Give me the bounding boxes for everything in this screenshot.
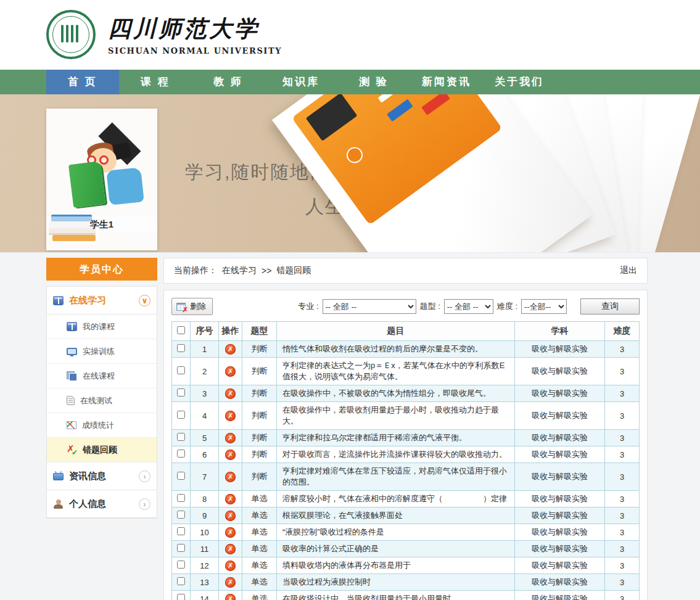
row-number: 8 (191, 491, 219, 508)
row-question-text: 在吸收塔设计中，当吸收剂用量趋于最小用量时 (277, 591, 515, 600)
row-checkbox[interactable] (177, 366, 185, 374)
sidebar-item[interactable]: 实操训练 (47, 339, 157, 364)
row-subject: 吸收与解吸实验 (515, 385, 605, 402)
row-checkbox[interactable] (177, 450, 185, 458)
row-number: 6 (191, 446, 219, 463)
sidebar-item-label: 在线学习 (69, 295, 106, 306)
delete-row-icon[interactable] (225, 577, 236, 588)
delete-row-icon[interactable] (225, 411, 236, 421)
row-checkbox[interactable] (177, 544, 185, 552)
qtype-select[interactable]: -- 全部 -- (444, 299, 493, 314)
row-checkbox[interactable] (177, 527, 185, 535)
nav-item[interactable]: 课 程 (119, 70, 192, 94)
person-icon (53, 499, 64, 509)
row-difficulty: 3 (605, 508, 640, 524)
row-difficulty: 3 (605, 446, 640, 463)
delete-row-icon[interactable] (225, 433, 236, 443)
sidebar-item[interactable]: 在线测试 (47, 388, 157, 413)
delete-row-icon[interactable] (225, 388, 236, 399)
difficulty-select[interactable]: --全部-- (521, 299, 567, 314)
sidebar-item[interactable]: 在线课程 (47, 364, 157, 388)
select-all-checkbox[interactable] (177, 326, 185, 334)
row-difficulty: 3 (605, 385, 640, 402)
row-question-type: 判断 (242, 446, 277, 463)
sidebar-item[interactable]: 成绩统计 (47, 413, 157, 438)
table-row: 7 判断 亨利定律对难溶气体在常压下较适应，对易溶气体仅适用于很小的范围。 吸收… (172, 463, 640, 491)
row-checkbox[interactable] (177, 511, 185, 519)
row-number: 11 (191, 541, 219, 557)
university-seal-icon (46, 10, 96, 59)
table-row: 6 判断 对于吸收而言，逆流操作比并流操作课获得较大的吸收推动力。 吸收与解吸实… (172, 446, 640, 463)
row-checkbox[interactable] (177, 577, 185, 585)
row-checkbox[interactable] (177, 411, 185, 419)
row-number: 10 (191, 524, 219, 541)
sidebar-item[interactable]: 错题回顾 (47, 438, 157, 462)
nav-item[interactable]: 教 师 (192, 70, 265, 94)
breadcrumb-section[interactable]: 在线学习 (222, 265, 257, 276)
delete-row-icon[interactable] (225, 344, 236, 355)
row-number: 4 (191, 402, 219, 430)
row-number: 3 (191, 385, 219, 402)
delete-row-icon[interactable] (225, 544, 236, 554)
delete-button[interactable]: 删除 (171, 298, 213, 315)
scroll-icon (67, 396, 75, 405)
delete-row-icon[interactable] (225, 511, 236, 521)
sidebar-item[interactable]: 在线学习 ∨ (47, 287, 157, 314)
table-row: 8 单选 溶解度较小时，气体在液相中的溶解度遵守（ ）定律 吸收与解吸实验 3 (172, 491, 640, 508)
row-checkbox[interactable] (177, 344, 185, 352)
search-button[interactable]: 查询 (580, 298, 640, 314)
col-header-subject: 学科 (515, 322, 605, 341)
delete-row-icon[interactable] (225, 366, 236, 377)
row-question-text: 亨利定律的表达式之一为p＝Ｅx，若某气体在水中的亨利系数E值很大，说明该气体为易… (277, 358, 515, 385)
nav-item[interactable]: 知识库 (265, 70, 337, 94)
delete-row-icon[interactable] (225, 450, 236, 460)
row-checkbox[interactable] (177, 433, 185, 441)
row-difficulty: 3 (605, 463, 640, 491)
row-checkbox[interactable] (177, 594, 185, 600)
sidebar-item[interactable]: 个人信息 › (47, 490, 157, 518)
delete-row-icon[interactable] (225, 561, 236, 571)
row-question-type: 判断 (242, 430, 277, 446)
row-question-text: 吸收率的计算公式正确的是 (277, 541, 515, 557)
row-question-text: 根据双膜理论，在气液接触界面处 (277, 508, 515, 524)
nav-item[interactable]: 关于我们 (483, 70, 556, 94)
sidebar-item-label: 在线课程 (83, 371, 115, 382)
table-row: 5 判断 亨利定律和拉乌尔定律都适用于稀溶液的气液平衡。 吸收与解吸实验 3 (172, 430, 640, 446)
delete-row-icon[interactable] (225, 527, 236, 538)
monitor-icon (67, 348, 77, 355)
row-checkbox[interactable] (177, 388, 185, 397)
qtype-filter-label: 题型 : (420, 301, 440, 312)
chevron-right-icon: › (139, 471, 150, 482)
major-select[interactable]: -- 全部 -- (323, 299, 416, 314)
row-question-type: 单选 (242, 591, 277, 600)
row-question-text: 惰性气体和吸收剂在吸收过程的前后的摩尔量是不变的。 (277, 341, 515, 358)
row-checkbox[interactable] (177, 561, 185, 569)
delete-row-icon[interactable] (225, 594, 236, 600)
row-checkbox[interactable] (177, 472, 185, 480)
sidebar-item[interactable]: 我的课程 (47, 314, 157, 339)
table-row: 2 判断 亨利定律的表达式之一为p＝Ｅx，若某气体在水中的亨利系数E值很大，说明… (172, 358, 640, 385)
sidebar-item[interactable]: 资讯信息 › (47, 462, 157, 490)
col-header-op: 操作 (219, 322, 242, 341)
row-question-text: 亨利定律对难溶气体在常压下较适应，对易溶气体仅适用于很小的范围。 (277, 463, 515, 491)
sidebar-title-student-center[interactable]: 学员中心 (46, 258, 157, 281)
nav-item[interactable]: 测 验 (337, 70, 410, 94)
delete-row-icon[interactable] (225, 472, 236, 482)
row-difficulty: 3 (605, 524, 640, 541)
breadcrumb-separator: >> (261, 266, 271, 276)
breadcrumb-current: 错题回顾 (276, 265, 311, 276)
row-question-type: 单选 (242, 524, 277, 541)
row-checkbox[interactable] (177, 494, 185, 502)
nav-item[interactable]: 首 页 (46, 70, 119, 94)
row-difficulty: 3 (605, 541, 640, 557)
table-row: 1 判断 惰性气体和吸收剂在吸收过程的前后的摩尔量是不变的。 吸收与解吸实验 3 (172, 341, 640, 358)
delete-row-icon[interactable] (225, 494, 236, 504)
logout-button[interactable]: 退出 (620, 265, 637, 276)
wrong-questions-panel: 删除 专业 : -- 全部 -- 题型 : -- 全部 -- 难度 : --全部… (163, 290, 648, 600)
table-row: 9 单选 根据双膜理论，在气液接触界面处 吸收与解吸实验 3 (172, 508, 640, 524)
student-avatar: 学生1 (46, 109, 157, 250)
row-number: 5 (191, 430, 219, 446)
nav-item[interactable]: 新闻资讯 (410, 70, 483, 94)
row-question-type: 判断 (242, 463, 277, 491)
banner: 学习,随时随地;考试,无往不利; 人生,持续出彩. 学生1 (0, 94, 700, 253)
